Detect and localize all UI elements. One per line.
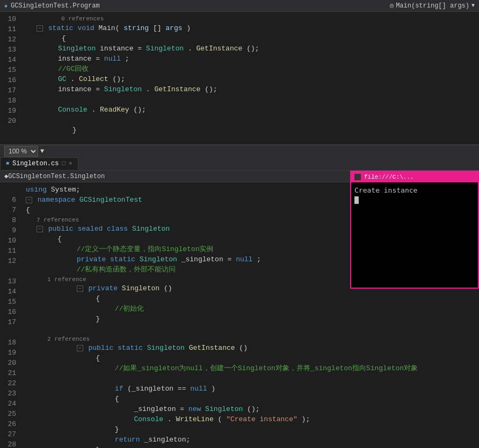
zoom-select[interactable]: 100 % 75 % 125 % 150 % [4,146,38,157]
ln: 12 [0,256,16,266]
bottom-code-line-27: return _singleton; [26,435,479,445]
ln: 27 [0,429,16,439]
tab-bar: ■ Singleton.cs □ × [0,157,479,171]
ln: 15 [0,65,16,75]
bottom-code-line-15: //初始化 [26,304,479,314]
console-cursor-line [354,195,475,205]
top-code-line-12: Singleton instance = Singleton . GetInst… [26,43,479,54]
ln [0,266,16,276]
top-title-icon: ◆ [4,3,8,9]
top-code-line-14: //GC回收 [26,64,479,74]
top-code-line-19 [26,115,479,125]
top-code-line-16: instance = Singleton . GetInstance (); [26,84,479,94]
bottom-code-line-23: { [26,394,479,404]
ln: 18 [0,337,16,348]
bottom-code-line-21 [26,373,479,384]
ln: 28 [0,439,16,448]
top-breadcrumb: GCSingletonTest.Program [11,2,100,10]
top-title-bar: ◆ GCSingletonTest.Program ◎ Main(string[… [0,0,479,12]
top-code-area: 10 11 12 13 14 15 16 17 18 19 20 0 refer… [0,12,479,144]
bottom-code-line-18: − public static Singleton GetInstance () [26,343,479,353]
collapse-btn-getinstance[interactable]: − [77,345,83,351]
bottom-code-line-14: { [26,293,479,304]
ln: 19 [0,348,16,358]
top-ref-label: 0 references [26,14,479,23]
top-editor-pane: ◆ GCSingletonTest.Program ◎ Main(string[… [0,0,479,145]
bottom-code-line-20: //如果_singleton为null，创建一个Singleton对象，并将_s… [26,363,479,373]
top-nav-selector[interactable]: ◎ Main(string[] args) ▼ [390,2,475,10]
ln: 10 [0,236,16,246]
ln [0,327,16,337]
ln [0,185,16,195]
bottom-code-line-28: } [26,445,479,448]
ln: 17 [0,85,16,96]
ln: 8 [0,215,16,225]
top-code-line-20: } [26,125,479,135]
ln: 14 [0,287,16,297]
bottom-code-line-16: } [26,314,479,324]
ln: 10 [0,14,16,24]
tab-singleton[interactable]: ■ Singleton.cs □ × [0,157,78,170]
ln: 23 [0,388,16,399]
collapse-btn-10[interactable]: − [37,25,43,32]
console-body: Create instance [351,182,478,208]
bottom-code-line-24: _singleton = new Singleton (); [26,404,479,414]
top-code-line-18: Console . ReadKey (); [26,105,479,115]
ln: 20 [0,116,16,126]
ln: 20 [0,358,16,368]
tab-label: Singleton.cs [12,160,59,167]
ln: 12 [0,34,16,45]
tab-save-icon: □ [62,160,66,167]
ln: 16 [0,75,16,85]
ln: 13 [0,276,16,287]
bottom-code-line-19: { [26,353,479,363]
console-window: file:///C:\... Create instance [350,171,479,289]
ln: 24 [0,399,16,409]
ln: 11 [0,246,16,256]
collapse-btn-ctor[interactable]: − [77,285,83,292]
top-code-line-13: instance = null ; [26,54,479,64]
bottom-editor-pane: file:///C:\... Create instance ◆ GCSingl… [0,171,479,448]
ln: 25 [0,409,16,419]
top-code-line-17 [26,94,479,105]
bottom-title-icon: ◆ [4,172,8,180]
console-titlebar: file:///C:\... [351,172,478,182]
ln: 22 [0,378,16,388]
ln: 26 [0,419,16,429]
bottom-code-line-22: if (_singleton == null ) [26,384,479,394]
ln: 18 [0,96,16,106]
ln: 15 [0,297,16,307]
console-cursor [354,196,359,204]
console-line1: Create instance [354,186,475,195]
zoom-bar: 100 % 75 % 125 % 150 % ▼ [0,145,479,157]
tab-close-btn[interactable]: × [69,160,72,167]
console-title-text: file:///C:\... [364,174,413,180]
top-nav-label: Main(string[] args) [396,2,469,10]
bottom-code-line-17 [26,324,479,334]
ln: 14 [0,55,16,65]
bottom-code-line-25: Console . WriteLine ( "Create instance" … [26,414,479,424]
ln: 16 [0,307,16,317]
ln: 11 [0,24,16,34]
top-code-line-15: GC . Collect (); [26,74,479,84]
ln: 7 [0,205,16,215]
collapse-btn-class[interactable]: − [37,226,43,232]
bottom-breadcrumb: GCSingletonTest.Singleton [8,173,105,180]
top-code-line-11: { [26,33,479,43]
ln: 21 [0,368,16,378]
console-title-icon [354,174,361,180]
ln: 17 [0,317,16,327]
bottom-code-line-26: } [26,424,479,435]
tab-file-icon: ■ [6,160,9,166]
ln: 13 [0,45,16,55]
ln: 19 [0,106,16,116]
top-line-numbers: 10 11 12 13 14 15 16 17 18 19 20 [0,12,21,144]
bottom-line-numbers: 6 7 8 9 10 11 12 13 14 15 16 17 18 19 20… [0,182,21,448]
top-code-line-10: − static void Main( string [] args ) [26,23,479,33]
top-nav-arrow: ▼ [471,3,475,9]
top-code-content: 0 references − static void Main( string … [21,12,479,144]
ln: 9 [0,225,16,236]
zoom-arrow: ▼ [40,148,44,155]
ln: 6 [0,195,16,205]
collapse-btn-ns[interactable]: − [26,197,32,203]
